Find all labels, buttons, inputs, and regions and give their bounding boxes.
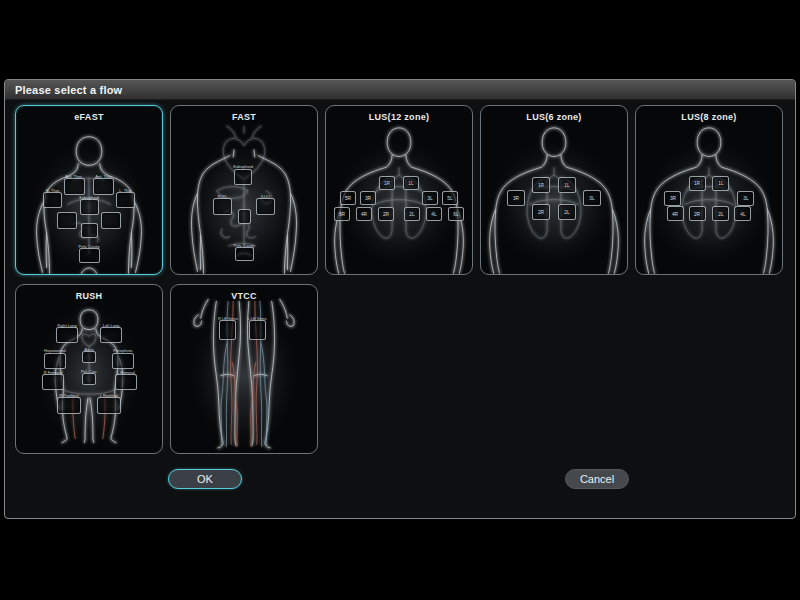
zone-box: 1R (379, 176, 395, 190)
zone-box: 4R (356, 207, 372, 221)
chest-lungs-figure (326, 106, 472, 274)
zone-label: L. Thor. (119, 188, 132, 193)
zone-box: 1R (532, 177, 550, 193)
cancel-button[interactable]: Cancel (565, 469, 629, 489)
zone-box: Subxiphoid (234, 169, 252, 185)
zone-label: 4R (672, 211, 678, 216)
ok-button[interactable]: OK (168, 469, 242, 489)
flow-card-title: RUSH (16, 291, 162, 301)
zone-box: Right Lung (56, 327, 78, 343)
zone-box (101, 212, 121, 229)
zone-label: R. Thor. (45, 188, 59, 193)
zone-box: 5R (340, 191, 356, 205)
zone-box: Hepatorenal (44, 353, 66, 369)
zone-box: LUQ (256, 198, 275, 215)
zone-label: 3L (589, 196, 594, 201)
flow-card-lus6[interactable]: LUS(6 zone)1R1L3R3L2R2L (480, 105, 628, 275)
zone-box: L Popliteal (97, 397, 121, 414)
zone-box: 1L (403, 176, 419, 190)
legs-vessels-figure (171, 285, 317, 453)
zone-label: Hepatorenal (45, 349, 67, 354)
chest-lungs-figure (481, 106, 627, 274)
zone-box: 1L (558, 177, 576, 193)
zone-box: 3R (664, 191, 681, 206)
zone-box: Left Lung (100, 327, 122, 343)
zone-box (81, 223, 98, 238)
zone-box: 4L (734, 206, 751, 221)
zone-label: L LE Veins (248, 317, 267, 322)
zone-box: L LE Veins (249, 320, 266, 340)
zone-box: 2R (689, 206, 706, 221)
zone-box: 2R (378, 207, 394, 221)
zone-box: 3R (507, 190, 525, 206)
zone-label: Right Lung (57, 324, 76, 329)
zone-box: 3L (422, 191, 438, 205)
zone-label: Pelv. Cavity (79, 244, 100, 249)
flow-card-grid: eFASTAnt. Thor.Ant. Thor.R. Thor.L. Thor… (15, 105, 783, 454)
zone-label: 3R (513, 196, 519, 201)
zone-box: Pelv. Cavity (235, 247, 254, 261)
flow-card-lus8[interactable]: LUS(8 zone)1R1L3R3L4R2R2L4L (635, 105, 783, 275)
zone-label: 1R (538, 182, 544, 187)
chest-lungs-figure (636, 106, 782, 274)
zone-box: 2L (558, 204, 576, 220)
zone-label: 6L (453, 211, 458, 216)
zone-box: 2L (404, 207, 420, 221)
zone-label: L Popliteal (100, 394, 119, 399)
zone-box: 2R (532, 204, 550, 220)
zone-box: Aorta (82, 351, 96, 363)
zone-label: Ant. Thor. (95, 175, 112, 180)
flow-card-title: LUS(12 zone) (326, 112, 472, 122)
flow-card-title: LUS(8 zone) (636, 112, 782, 122)
zone-label: 4L (740, 211, 745, 216)
zone-label: 1R (694, 181, 700, 186)
zone-box: 3R (360, 191, 376, 205)
flow-card-title: eFAST (16, 112, 162, 122)
zone-label: 3L (427, 196, 432, 201)
zone-box: R. Thor. (43, 192, 62, 208)
zone-label: Perisplenic (113, 349, 133, 354)
zone-label: R LE Veins (218, 317, 238, 322)
zone-box: RUQ (213, 198, 232, 215)
zone-label: Ant. Thor. (66, 175, 83, 180)
zone-label: Subxiphoid (79, 195, 99, 200)
zone-box: Pel. Cav. (82, 373, 96, 385)
zone-box: Pelv. Cavity (79, 248, 100, 263)
zone-box: 2L (712, 206, 729, 221)
zone-box: 4R (667, 206, 684, 221)
flow-card-fast[interactable]: FASTSubxiphoidRUQLUQPelv. Cavity (170, 105, 318, 275)
flow-card-title: VTCC (171, 291, 317, 301)
zone-box: 6L (448, 207, 464, 221)
flow-card-lus12[interactable]: LUS(12 zone)1R1L5R3R3L5L6R4R2R2L4L6L (325, 105, 473, 275)
zone-box: L Femoral (115, 374, 137, 390)
dialog-title: Please select a flow (15, 84, 122, 96)
flow-card-title: LUS(6 zone) (481, 112, 627, 122)
dialog-titlebar: Please select a flow (5, 80, 795, 100)
zone-label: R Popliteal (59, 394, 78, 399)
zone-label: Left Lung (103, 324, 120, 329)
zone-box: Perisplenic (112, 353, 134, 369)
zone-label: 4L (431, 211, 436, 216)
zone-box: Ant. Thor. (93, 178, 114, 195)
zone-box: R LE Veins (219, 320, 236, 340)
zone-box (238, 209, 251, 224)
zone-box: R Femoral (42, 374, 64, 390)
zone-box: R Popliteal (57, 397, 81, 414)
zone-label: 5L (447, 196, 452, 201)
zone-label: LUQ (262, 195, 270, 200)
zone-box: 3L (583, 190, 601, 206)
zone-label: 4R (361, 211, 367, 216)
zone-label: 6R (339, 211, 345, 216)
zone-box (57, 212, 77, 229)
zone-label: L Femoral (117, 371, 135, 376)
zone-label: 2R (694, 211, 700, 216)
flow-card-efast[interactable]: eFASTAnt. Thor.Ant. Thor.R. Thor.L. Thor… (15, 105, 163, 275)
flow-select-dialog: Please select a flow eFASTAnt. Thor.Ant.… (4, 79, 796, 519)
zone-label: 3R (365, 196, 371, 201)
zone-box: L. Thor. (116, 192, 135, 208)
flow-card-vtcc[interactable]: VTCCR LE VeinsL LE Veins (170, 284, 318, 454)
zone-label: Aorta (84, 348, 94, 353)
zone-box: 1L (712, 176, 729, 191)
flow-card-title: FAST (171, 112, 317, 122)
flow-card-rush[interactable]: RUSHRight LungLeft LungHepatorenalAortaP… (15, 284, 163, 454)
